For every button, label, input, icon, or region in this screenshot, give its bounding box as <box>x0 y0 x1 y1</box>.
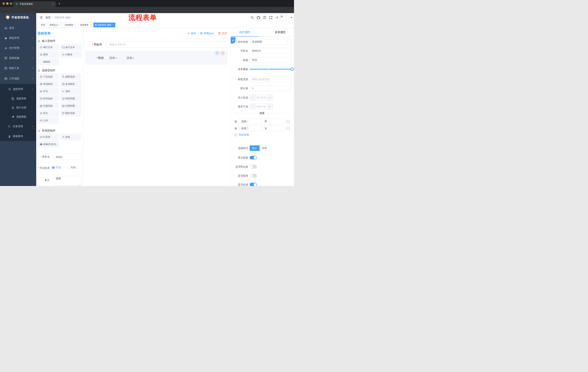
drag-handle-icon[interactable] <box>234 120 237 123</box>
option-1-label-input[interactable] <box>239 119 262 124</box>
slider-track[interactable] <box>250 69 292 70</box>
palette-item-slider[interactable]: 滑块 <box>60 88 81 95</box>
palette-item-cascader[interactable]: 级联选择 <box>60 73 81 80</box>
delete-component-button[interactable] <box>221 51 225 55</box>
tab-form-props[interactable]: 表单属性 <box>266 28 294 36</box>
palette-item-row-container[interactable]: 行容器 <box>38 134 59 140</box>
palette-item-select[interactable]: 下拉选择 <box>38 73 59 80</box>
sidebar-collapse-icon[interactable] <box>39 16 42 19</box>
tab-close-icon[interactable]: × <box>52 3 54 5</box>
palette-item-password[interactable]: 密码 <box>38 51 59 58</box>
close-icon[interactable]: × <box>59 24 60 26</box>
palette-item-switch[interactable]: 开关 <box>38 88 59 95</box>
view-json-button[interactable]: 查看json <box>200 32 214 35</box>
palette-item-counter[interactable]: 计数器 <box>60 51 81 58</box>
window-zoom-button[interactable] <box>10 2 12 5</box>
status-radio-on[interactable]: 开启 <box>52 166 61 169</box>
sidebar-logo[interactable]: 芋道管理系统 <box>0 15 29 20</box>
minus-button[interactable]: − <box>250 95 256 100</box>
min-select-input[interactable] <box>256 95 267 100</box>
resize-handle-icon[interactable] <box>79 184 81 186</box>
help-icon[interactable] <box>263 16 266 19</box>
sidebar-item-process-model[interactable]: 流程模型 <box>0 112 36 121</box>
add-option-button[interactable]: + 添加选项 <box>234 133 249 137</box>
tag-process-model[interactable]: 流程模型× <box>63 22 77 27</box>
close-icon[interactable]: × <box>112 24 114 26</box>
palette-item-date[interactable]: 日期选择 <box>38 102 59 109</box>
border-switch[interactable] <box>250 165 257 169</box>
palette-item-color[interactable]: 颜色选择 <box>60 110 81 117</box>
checkbox-option-1[interactable] <box>106 57 108 59</box>
form-name-input[interactable] <box>54 154 82 160</box>
style-button-button[interactable]: 按钮 <box>260 145 270 151</box>
remove-option-button[interactable]: − <box>286 120 290 123</box>
tag-home[interactable]: 首页 <box>39 22 47 27</box>
palette-item-date-range[interactable]: 日期范围 <box>60 102 81 109</box>
new-tab-button[interactable]: + <box>58 2 61 5</box>
tag-process-form[interactable]: 流程表单× <box>78 22 93 27</box>
max-select-input[interactable] <box>256 104 267 109</box>
tag-process-definition[interactable]: 流程定义× <box>48 22 62 27</box>
component-type-select[interactable]: 多选框组 <box>250 39 291 45</box>
sidebar-item-workflow[interactable]: 工作流程 <box>0 74 36 83</box>
close-icon[interactable]: × <box>74 24 76 26</box>
palette-item-checkbox-group[interactable]: 多选框组 <box>60 81 81 87</box>
sidebar-item-process-form[interactable]: 流程表单 <box>0 94 36 103</box>
tab-component-props[interactable]: 组件属性 <box>231 28 259 36</box>
save-button[interactable]: 保存 <box>187 32 196 35</box>
clear-button[interactable]: 清空 <box>218 32 227 35</box>
sidebar-item-leave-query[interactable]: 请假查询 <box>0 132 36 141</box>
avatar-caret-down-icon[interactable] <box>291 17 292 18</box>
minus-button[interactable]: − <box>250 104 256 109</box>
drag-handle-icon[interactable] <box>234 127 237 130</box>
browser-tab[interactable]: 芋道管理系统 × <box>13 1 56 7</box>
required-switch[interactable] <box>250 183 257 186</box>
field-name-input[interactable] <box>250 48 291 54</box>
status-radio-off[interactable]: 关闭 <box>67 166 76 169</box>
palette-item-radio-group[interactable]: 单选框组 <box>38 81 59 87</box>
selected-component-gender[interactable]: 性别 选项一 选项二 <box>85 51 228 65</box>
close-icon[interactable]: × <box>90 24 91 26</box>
avatar[interactable] <box>280 14 287 21</box>
font-size-icon[interactable] <box>275 16 279 19</box>
palette-item-rate[interactable]: 评分 <box>38 110 59 117</box>
window-close-button[interactable] <box>2 2 5 5</box>
sidebar-item-payment[interactable]: ¥ 支付管理 <box>0 43 36 53</box>
window-minimize-button[interactable] <box>6 2 9 5</box>
sidebar-item-task-mgmt[interactable]: 任务管理 <box>0 122 36 131</box>
sidebar-item-system[interactable]: 系统管理 <box>0 33 36 43</box>
style-default-button[interactable]: 默认 <box>250 145 260 151</box>
disabled-switch[interactable] <box>250 174 257 178</box>
fullscreen-icon[interactable] <box>269 16 273 19</box>
default-value-input[interactable] <box>250 85 291 91</box>
checkbox-label-1[interactable]: 选项一 <box>109 56 117 60</box>
palette-item-single-text[interactable]: 单行文本 <box>38 44 59 51</box>
slider-handle[interactable] <box>291 67 294 71</box>
palette-item-time[interactable]: 时间选择 <box>38 95 59 102</box>
checkbox-option-2[interactable] <box>123 57 126 59</box>
plus-button[interactable]: + <box>267 95 273 100</box>
sidebar-item-user-group[interactable]: 用户分组 <box>0 103 36 112</box>
option-2-label-input[interactable] <box>239 126 262 131</box>
remark-textarea[interactable]: 嘿嘿 <box>54 176 82 185</box>
title-input[interactable] <box>250 57 291 63</box>
sidebar-item-process-mgmt[interactable]: 流程管理 <box>0 85 36 94</box>
sidebar-item-infra[interactable]: 基础设施 <box>0 53 36 63</box>
option-2-value-input[interactable] <box>262 126 285 131</box>
option-1-value-input[interactable] <box>262 119 285 124</box>
remove-option-button[interactable]: − <box>286 127 290 130</box>
copy-component-button[interactable] <box>215 51 219 55</box>
plus-button[interactable]: + <box>267 104 273 109</box>
breadcrumb-home[interactable]: 首页 <box>45 16 51 19</box>
phone-field-input[interactable] <box>106 41 226 48</box>
search-icon[interactable] <box>251 16 254 19</box>
palette-item-upload[interactable]: 上传 <box>38 117 59 124</box>
palette-item-table[interactable]: 表格[开发中] <box>38 141 59 148</box>
palette-item-button[interactable]: 按钮 <box>60 134 81 140</box>
github-icon[interactable] <box>257 16 260 19</box>
show-label-switch[interactable] <box>250 156 257 159</box>
sidebar-item-devtools[interactable]: 研发工具 <box>0 64 36 73</box>
palette-item-editor[interactable]: 编辑器 <box>38 58 59 65</box>
sidebar-item-home[interactable]: 首页 <box>0 23 36 32</box>
palette-item-multi-text[interactable]: 多行文本 <box>60 44 81 51</box>
